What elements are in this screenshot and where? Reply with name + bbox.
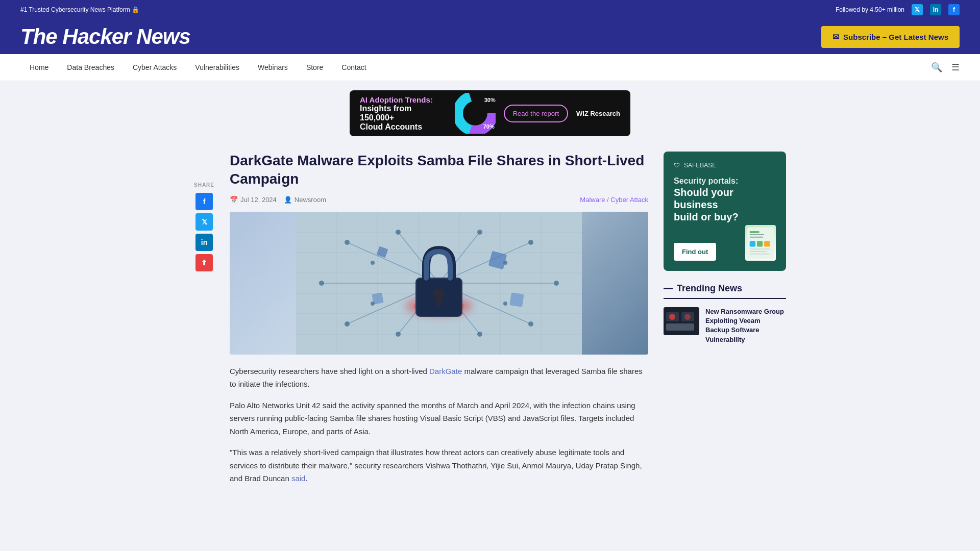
- svg-point-27: [345, 321, 350, 327]
- trending-item-title-1[interactable]: New Ransomware Group Exploiting Veeam Ba…: [705, 307, 786, 344]
- svg-rect-45: [509, 292, 524, 307]
- article-para-3: "This was a relatively short-lived campa…: [230, 446, 648, 485]
- followed-label: Followed by 4.50+ million: [836, 6, 904, 13]
- trusted-label: #1 Trusted Cybersecurity News Platform 🔒: [20, 6, 139, 13]
- svg-point-32: [477, 230, 482, 235]
- banner-ad[interactable]: AI Adoption Trends: Insights from 150,00…: [350, 90, 630, 136]
- header: The Hacker News ✉ Subscribe – Get Latest…: [0, 19, 980, 54]
- article-title: DarkGate Malware Exploits Samba File Sha…: [230, 152, 648, 189]
- share-other-button[interactable]: ⬆: [195, 254, 213, 271]
- svg-point-34: [477, 332, 482, 337]
- banner-chart: 30% 70%: [455, 93, 496, 134]
- ad-screenshot-img: [745, 225, 776, 261]
- svg-rect-51: [750, 241, 755, 246]
- share-twitter-button[interactable]: 𝕏: [195, 213, 213, 231]
- trending-header: Trending News: [664, 283, 786, 299]
- nav-data-breaches[interactable]: Data Breaches: [58, 54, 124, 81]
- trending-thumb-1: [664, 307, 699, 335]
- right-sidebar: 🛡 SAFEBASE Security portals: Should your…: [664, 152, 786, 493]
- nav-icons: 🔍 ☰: [931, 62, 960, 73]
- share-sidebar: SHARE f 𝕏 in ⬆: [194, 152, 214, 493]
- calendar-icon: 📅: [230, 196, 238, 204]
- nav-webinars[interactable]: Webinars: [249, 54, 297, 81]
- svg-point-35: [371, 261, 375, 265]
- subscribe-button[interactable]: ✉ Subscribe – Get Latest News: [821, 26, 960, 48]
- ad-title: Security portals: Should your business b…: [674, 174, 776, 223]
- site-title[interactable]: The Hacker News: [20, 24, 190, 49]
- svg-point-28: [528, 321, 533, 327]
- svg-point-30: [554, 281, 559, 286]
- svg-rect-53: [764, 241, 770, 246]
- top-bar-left: #1 Trusted Cybersecurity News Platform 🔒: [20, 6, 139, 13]
- svg-rect-55: [750, 251, 767, 252]
- banner-line3: Cloud Accounts: [360, 122, 447, 132]
- share-linkedin-button[interactable]: in: [195, 234, 213, 251]
- nav-cyber-attacks[interactable]: Cyber Attacks: [124, 54, 186, 81]
- page-footer: [0, 504, 980, 524]
- nav: Home Data Breaches Cyber Attacks Vulnera…: [0, 54, 980, 81]
- banner-text: AI Adoption Trends: Insights from 150,00…: [360, 95, 447, 132]
- nav-store[interactable]: Store: [297, 54, 332, 81]
- banner-line1: AI Adoption Trends:: [360, 95, 447, 104]
- article-para-2: Palo Alto Networks Unit 42 said the acti…: [230, 399, 648, 438]
- svg-point-61: [669, 314, 675, 320]
- share-label: SHARE: [194, 182, 214, 188]
- linkedin-top-icon[interactable]: in: [930, 4, 941, 15]
- article-meta-left: 📅 Jul 12, 2024 👤 Newsroom: [230, 196, 326, 204]
- said-link[interactable]: said: [291, 474, 306, 483]
- nav-contact[interactable]: Contact: [332, 54, 375, 81]
- safebase-ad: 🛡 SAFEBASE Security portals: Should your…: [664, 152, 786, 271]
- ad-img-svg: [747, 227, 774, 260]
- article-para-1: Cybersecurity researchers have shed ligh…: [230, 365, 648, 391]
- menu-button[interactable]: ☰: [951, 62, 960, 73]
- trending-thumb-svg-1: [664, 307, 699, 335]
- svg-point-26: [528, 240, 533, 245]
- ad-bottom-row: Find out: [674, 225, 776, 261]
- svg-rect-52: [757, 241, 763, 246]
- article-hero-svg: [296, 212, 582, 355]
- darkgate-link[interactable]: DarkGate: [429, 367, 462, 375]
- article-author: 👤 Newsroom: [284, 196, 326, 204]
- ad-title-line1: Should your business: [674, 187, 733, 210]
- author-icon: 👤: [284, 196, 292, 204]
- ad-cta-button[interactable]: Find out: [674, 243, 716, 261]
- banner-line2: Insights from 150,000+: [360, 104, 447, 122]
- nav-links: Home Data Breaches Cyber Attacks Vulnera…: [20, 54, 376, 81]
- article-hero-image: [230, 212, 648, 355]
- top-bar: #1 Trusted Cybersecurity News Platform 🔒…: [0, 0, 980, 19]
- svg-point-31: [396, 230, 401, 235]
- nav-home[interactable]: Home: [20, 54, 58, 81]
- svg-rect-50: [750, 236, 763, 237]
- svg-rect-56: [750, 253, 769, 254]
- svg-rect-48: [750, 231, 760, 233]
- share-facebook-button[interactable]: f: [195, 193, 213, 210]
- top-bar-right: Followed by 4.50+ million 𝕏 in f: [836, 4, 960, 15]
- article-content: DarkGate Malware Exploits Samba File Sha…: [230, 152, 648, 493]
- trending-title: Trending News: [677, 283, 742, 294]
- ad-subtitle: Security portals:: [674, 177, 738, 185]
- svg-point-25: [345, 240, 350, 245]
- safebase-shield-icon: 🛡: [674, 162, 680, 169]
- svg-rect-54: [750, 248, 770, 249]
- search-button[interactable]: 🔍: [931, 62, 942, 73]
- article-tag[interactable]: Malware / Cyber Attack: [580, 196, 648, 204]
- article-body: Cybersecurity researchers have shed ligh…: [230, 365, 648, 485]
- svg-point-33: [396, 332, 401, 337]
- svg-point-29: [319, 281, 324, 286]
- twitter-top-icon[interactable]: 𝕏: [912, 4, 923, 15]
- svg-rect-44: [372, 292, 383, 304]
- ad-title-line2: build or buy?: [674, 211, 739, 222]
- svg-point-62: [684, 314, 691, 320]
- nav-vulnerabilities[interactable]: Vulnerabilities: [186, 54, 249, 81]
- ad-brand-name: SAFEBASE: [684, 162, 716, 169]
- svg-rect-49: [750, 234, 764, 235]
- facebook-top-icon[interactable]: f: [948, 4, 960, 15]
- article-meta: 📅 Jul 12, 2024 👤 Newsroom Malware / Cybe…: [230, 196, 648, 204]
- trending-section: Trending News New Ransomware Group Explo…: [664, 283, 786, 344]
- envelope-icon: ✉: [832, 32, 839, 42]
- trending-item-1: New Ransomware Group Exploiting Veeam Ba…: [664, 307, 786, 344]
- banner-cta-button[interactable]: Read the report: [504, 105, 568, 122]
- article-date: 📅 Jul 12, 2024: [230, 196, 277, 204]
- svg-point-38: [503, 302, 507, 306]
- chart-70-label: 70%: [483, 123, 495, 130]
